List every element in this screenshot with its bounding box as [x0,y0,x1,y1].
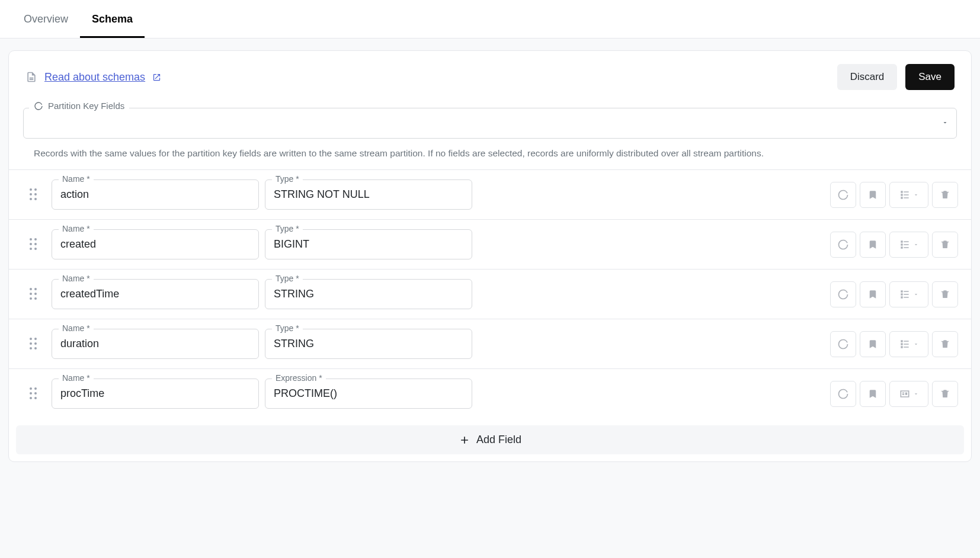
bookmark-icon [867,239,878,250]
drag-handle[interactable] [22,188,46,201]
field-actions [830,331,958,357]
bookmark-icon [867,389,878,399]
tabs: Overview Schema [0,0,980,39]
drag-icon [30,188,38,201]
field-row: Name * Type * [9,169,971,219]
read-about-schemas-link[interactable]: Read about schemas [25,70,161,84]
name-input-group: Name * [52,179,259,210]
spinner-icon [837,388,849,400]
partition-legend: Partition Key Fields [29,101,129,111]
discard-button[interactable]: Discard [837,64,898,90]
nested-type-icon [899,288,911,300]
drag-icon [30,288,38,301]
caret-down-icon [913,391,919,397]
drag-icon [30,238,38,251]
add-field-label: Add Field [476,434,521,446]
second-input-group: Type * [265,279,472,309]
bookmark-button[interactable] [860,331,886,357]
nested-type-icon [899,239,911,251]
field-name-input[interactable] [52,179,259,210]
doc-link-text: Read about schemas [44,71,145,84]
bookmark-icon [867,190,878,200]
second-input-group: Type * [265,229,472,259]
name-label: Name * [59,323,94,333]
field-expression-input[interactable] [265,379,472,409]
field-type-input[interactable] [265,279,472,309]
field-kind-dropdown[interactable] [889,232,928,258]
name-label: Name * [59,373,94,383]
field-actions [830,182,958,208]
bookmark-button[interactable] [860,182,886,208]
spinner-icon [837,189,849,201]
drag-handle[interactable] [22,288,46,301]
field-name-input[interactable] [52,379,259,409]
field-kind-dropdown[interactable] [889,331,928,357]
delete-field-button[interactable] [932,331,958,357]
partition-fieldset: Partition Key Fields [9,107,971,139]
field-row: Name * Type * [9,219,971,269]
document-icon [25,70,37,84]
add-field-button[interactable]: Add Field [16,425,964,454]
bookmark-button[interactable] [860,281,886,307]
partition-key-input[interactable] [23,108,957,139]
delete-field-button[interactable] [932,281,958,307]
delete-field-button[interactable] [932,232,958,258]
field-type-input[interactable] [265,229,472,259]
second-label: Type * [272,323,303,333]
field-kind-dropdown[interactable] [889,281,928,307]
field-name-input[interactable] [52,329,259,359]
spinner-icon [837,288,849,300]
trash-icon [940,239,950,250]
field-type-input[interactable] [265,179,472,210]
drag-handle[interactable] [22,238,46,251]
second-label: Type * [272,224,303,233]
page-container: Read about schemas Discard Save Partitio… [0,39,980,474]
refresh-button[interactable] [830,331,856,357]
second-input-group: Type * [265,329,472,359]
delete-field-button[interactable] [932,182,958,208]
name-label: Name * [59,274,94,283]
spinner-icon [34,101,43,111]
bookmark-button[interactable] [860,381,886,407]
caret-down-icon [913,242,919,248]
field-name-input[interactable] [52,279,259,309]
drag-handle[interactable] [22,338,46,351]
bookmark-button[interactable] [860,232,886,258]
delete-field-button[interactable] [932,381,958,407]
trash-icon [940,339,950,349]
bookmark-icon [867,339,878,349]
field-type-input[interactable] [265,329,472,359]
field-name-input[interactable] [52,229,259,259]
second-label: Type * [272,274,303,283]
refresh-button[interactable] [830,232,856,258]
tab-schema[interactable]: Schema [80,0,145,38]
second-label: Type * [272,174,303,184]
external-link-icon [152,73,161,82]
field-kind-dropdown[interactable] [889,381,928,407]
add-field-row: Add Field [9,418,971,461]
refresh-button[interactable] [830,182,856,208]
name-input-group: Name * [52,229,259,259]
field-actions [830,281,958,307]
nested-type-icon [899,189,911,201]
caret-down-icon [913,192,919,198]
name-label: Name * [59,174,94,184]
name-label: Name * [59,224,94,233]
field-actions [830,381,958,407]
trash-icon [940,389,950,399]
refresh-button[interactable] [830,381,856,407]
save-button[interactable]: Save [905,64,955,90]
partition-helper-text: Records with the same values for the par… [9,139,971,169]
tab-overview[interactable]: Overview [12,0,80,38]
field-rows: Name * Type * [9,169,971,418]
computed-column-icon [899,388,911,400]
field-kind-dropdown[interactable] [889,182,928,208]
schema-card: Read about schemas Discard Save Partitio… [8,50,972,462]
refresh-button[interactable] [830,281,856,307]
caret-down-icon [913,341,919,347]
field-actions [830,232,958,258]
field-row: Name * Type * [9,319,971,368]
drag-handle[interactable] [22,387,46,400]
partition-legend-text: Partition Key Fields [48,101,124,111]
plus-icon [459,434,470,446]
